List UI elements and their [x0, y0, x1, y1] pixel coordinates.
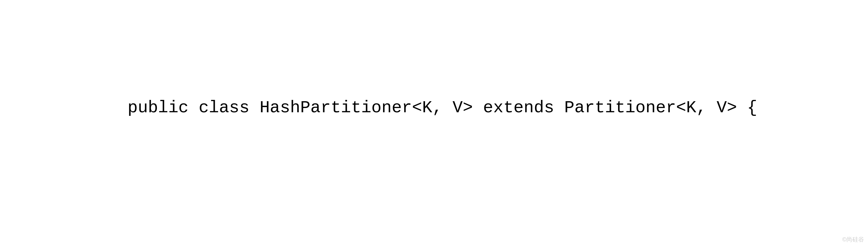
watermark: ©尚硅谷	[842, 236, 864, 243]
page-container: public class HashPartitioner<K, V> exten…	[0, 0, 868, 246]
code-block: public class HashPartitioner<K, V> exten…	[26, 13, 842, 246]
code-line-2	[26, 203, 842, 229]
code-line-1: public class HashPartitioner<K, V> exten…	[26, 67, 842, 148]
code-text: public class HashPartitioner<K, V> exten…	[87, 98, 757, 118]
